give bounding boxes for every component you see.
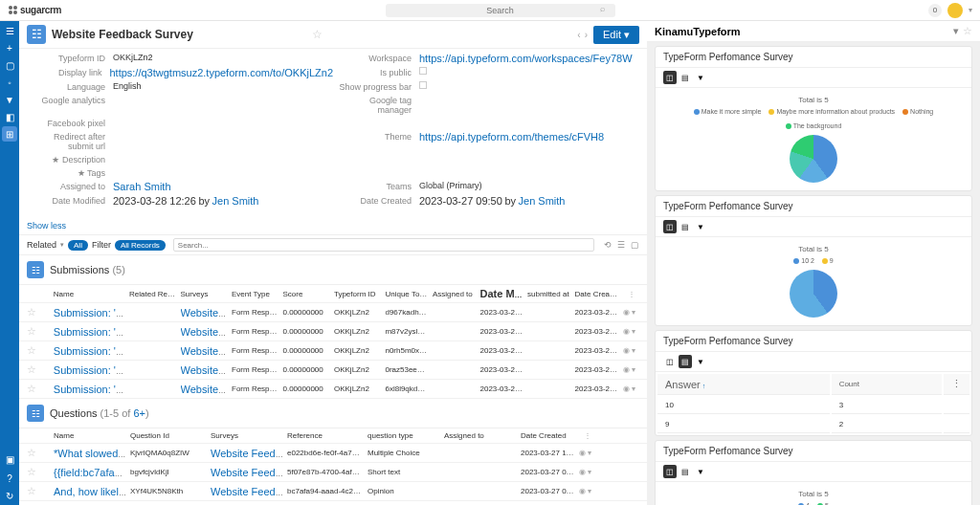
logo[interactable]: sugarcrm: [8, 5, 61, 15]
star-icon[interactable]: ☆: [27, 447, 36, 458]
table-view-icon[interactable]: ▤: [679, 465, 692, 478]
nav-filter-icon[interactable]: ▼: [2, 92, 17, 107]
nav-user-icon[interactable]: ◦: [2, 75, 17, 90]
checkbox-progress[interactable]: [419, 81, 427, 89]
star-icon[interactable]: ☆: [27, 325, 36, 337]
chart-view-icon[interactable]: ◫: [663, 71, 677, 84]
chart-view-icon[interactable]: ◫: [663, 220, 677, 233]
chevron-down-icon[interactable]: ▾: [588, 468, 591, 476]
label-progress: Show progress bar: [333, 81, 419, 92]
submission-link[interactable]: Submission: '010...: [54, 384, 129, 395]
favorite-star-icon[interactable]: ☆: [963, 25, 972, 37]
pill-all-records[interactable]: All Records: [115, 240, 166, 251]
notification-count[interactable]: 0: [928, 4, 942, 17]
star-icon[interactable]: ☆: [27, 306, 36, 318]
survey-link[interactable]: Website Feedbac...: [181, 326, 232, 338]
chevron-down-icon[interactable]: ▾: [953, 25, 959, 37]
eye-icon[interactable]: ◉: [579, 468, 586, 476]
submission-link[interactable]: Submission: '010...: [54, 326, 129, 338]
nav-refresh-icon[interactable]: ↻: [2, 488, 17, 503]
show-less-link[interactable]: Show less: [19, 217, 647, 234]
chart-view-icon[interactable]: ◫: [663, 465, 677, 478]
chevron-down-icon[interactable]: ▾: [632, 346, 635, 355]
nav-menu-icon[interactable]: ☰: [2, 23, 17, 38]
chevron-down-icon[interactable]: ▾: [632, 365, 635, 374]
table-row: ☆ Submission: '010... Website Feedbac...…: [19, 380, 647, 399]
nav-clipboard-icon[interactable]: ▣: [2, 451, 17, 467]
search-icon[interactable]: ⌕: [600, 4, 605, 17]
question-link[interactable]: And, how likely are you to *rec...: [54, 486, 130, 497]
star-icon[interactable]: ☆: [27, 485, 36, 496]
more-link[interactable]: 6+: [133, 407, 145, 419]
card-view-icon[interactable]: ▢: [631, 240, 639, 250]
nav-cart-icon[interactable]: ◧: [2, 109, 17, 124]
link-modified-user[interactable]: Jen Smith: [212, 195, 259, 207]
survey-link[interactable]: Website Feedbac...: [181, 345, 232, 357]
link-created-user[interactable]: Jen Smith: [519, 195, 566, 207]
filter-icon[interactable]: ▼: [694, 71, 707, 84]
survey-link[interactable]: Website Feedback Survey: [211, 467, 287, 478]
refresh-icon[interactable]: ⟲: [604, 240, 612, 250]
eye-icon[interactable]: ◉: [623, 327, 630, 336]
survey-link[interactable]: Website Feedback Survey: [211, 486, 287, 497]
question-link[interactable]: {{field:bc7afa94-aaad-4c2c-ba...: [54, 467, 130, 478]
global-search-input[interactable]: [386, 4, 615, 17]
link-assigned[interactable]: Sarah Smith: [113, 181, 171, 192]
table-view-icon[interactable]: ▤: [679, 355, 692, 368]
menu-icon[interactable]: ⋮: [584, 431, 591, 440]
eye-icon[interactable]: ◉: [623, 346, 630, 355]
col-count[interactable]: Count: [832, 374, 942, 395]
chevron-down-icon[interactable]: ▾: [632, 384, 635, 393]
table-view-icon[interactable]: ▤: [679, 220, 692, 233]
sort-date-modified[interactable]: Date Modified ↓: [480, 288, 528, 299]
chevron-down-icon[interactable]: ▾: [632, 327, 635, 336]
star-icon[interactable]: ☆: [27, 363, 36, 375]
list-view-icon[interactable]: ☰: [617, 240, 625, 250]
nav-add-icon[interactable]: +: [2, 40, 17, 55]
submission-link[interactable]: Submission: '010...: [54, 364, 129, 376]
prev-record-icon[interactable]: ‹: [577, 30, 580, 40]
legend-item: Nothing: [902, 108, 933, 115]
table-view-icon[interactable]: ▤: [679, 71, 692, 84]
checkbox-is-public[interactable]: [419, 67, 427, 75]
survey-link[interactable]: Website Feedbac...: [181, 307, 232, 318]
chevron-down-icon[interactable]: ▾: [969, 6, 972, 14]
star-icon[interactable]: ☆: [27, 466, 36, 477]
star-icon[interactable]: ☆: [27, 383, 36, 394]
survey-link[interactable]: Website Feedback Survey: [211, 448, 287, 459]
col-answer[interactable]: Answer↑: [657, 374, 830, 395]
nav-doc-icon[interactable]: ▢: [2, 57, 17, 73]
survey-link[interactable]: Website Feedbac...: [181, 364, 232, 376]
chevron-down-icon[interactable]: ▾: [632, 308, 635, 317]
link-display[interactable]: https://q3twgtmsuz2.typeform.com/to/OKKj…: [109, 67, 333, 78]
eye-icon[interactable]: ◉: [579, 449, 586, 457]
menu-icon[interactable]: ⋮: [628, 290, 635, 298]
related-search-input[interactable]: [173, 238, 594, 252]
chart-view-icon[interactable]: ◫: [663, 355, 677, 368]
next-record-icon[interactable]: ›: [585, 30, 588, 40]
menu-icon[interactable]: ⋮: [951, 378, 962, 389]
eye-icon[interactable]: ◉: [623, 365, 630, 374]
chevron-down-icon[interactable]: ▾: [588, 449, 591, 457]
nav-grid-icon[interactable]: ⊞: [2, 126, 17, 142]
eye-icon[interactable]: ◉: [623, 308, 630, 317]
link-theme[interactable]: https://api.typeform.com/themes/cFVH8: [419, 131, 604, 143]
filter-icon[interactable]: ▼: [694, 355, 707, 368]
star-icon[interactable]: ☆: [27, 344, 36, 356]
question-link[interactable]: *What slowed down* your exp...: [54, 448, 130, 459]
edit-button[interactable]: Edit▾: [593, 26, 639, 44]
favorite-star-icon[interactable]: ☆: [312, 28, 323, 41]
submission-link[interactable]: Submission: '010...: [54, 307, 129, 318]
pie-chart: [790, 135, 837, 183]
link-workspace[interactable]: https://api.typeform.com/workspaces/Fey7…: [419, 53, 633, 64]
submission-link[interactable]: Submission: '010...: [54, 345, 129, 357]
pill-all[interactable]: All: [68, 240, 88, 251]
eye-icon[interactable]: ◉: [579, 487, 586, 495]
filter-icon[interactable]: ▼: [694, 465, 707, 478]
eye-icon[interactable]: ◉: [623, 384, 630, 393]
user-avatar[interactable]: [947, 3, 963, 18]
survey-link[interactable]: Website Feedbac...: [181, 384, 232, 395]
filter-icon[interactable]: ▼: [694, 220, 707, 233]
chevron-down-icon[interactable]: ▾: [588, 487, 591, 495]
nav-help-icon[interactable]: ?: [2, 471, 17, 486]
